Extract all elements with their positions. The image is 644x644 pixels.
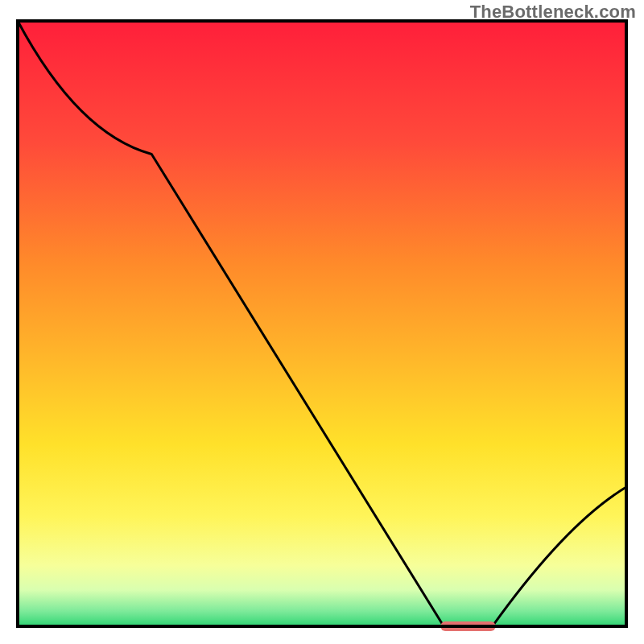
- bottleneck-chart: [0, 0, 644, 644]
- plot-background: [18, 21, 626, 626]
- chart-container: TheBottleneck.com: [0, 0, 644, 644]
- watermark-text: TheBottleneck.com: [470, 2, 636, 23]
